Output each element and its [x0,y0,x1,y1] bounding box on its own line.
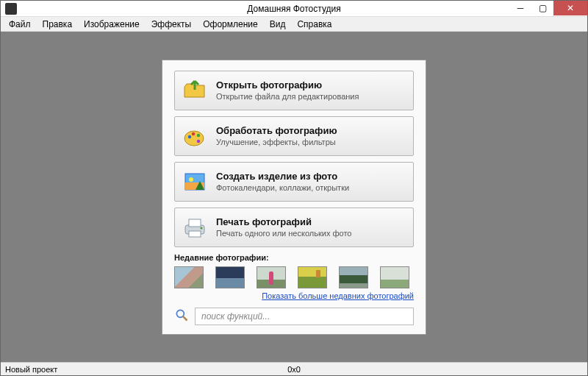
open-photo-title: Открыть фотографию [216,79,359,91]
search-row [174,308,414,325]
titlebar: Домашняя Фотостудия ─ ▢ ✕ [1,1,587,17]
svg-point-3 [197,133,200,136]
window-controls: ─ ▢ ✕ [509,1,587,15]
printer-icon [182,215,207,240]
open-photo-button[interactable]: Открыть фотографию Открытие файла для ре… [174,71,414,110]
create-product-sub: Фотокалендари, коллажи, открытки [216,183,349,192]
statusbar: Новый проект 0x0 [1,362,587,375]
svg-point-7 [189,177,193,182]
status-dimensions: 0x0 [287,365,301,374]
edit-photo-sub: Улучшение, эффекты, фильтры [216,138,337,146]
menu-file[interactable]: Файл [4,18,36,31]
menu-edit[interactable]: Правка [37,18,78,31]
svg-line-13 [183,316,187,321]
create-product-title: Создать изделие из фото [216,171,349,182]
print-photos-title: Печать фотографий [216,216,351,227]
picture-icon [182,169,207,194]
menubar: Файл Правка Изображение Эффекты Оформлен… [1,17,587,32]
palette-icon [182,124,207,149]
recent-thumb[interactable] [257,266,286,288]
svg-point-4 [197,139,200,142]
svg-rect-10 [189,231,201,237]
print-photos-sub: Печать одного или нескольких фото [216,229,351,238]
menu-design[interactable]: Оформление [198,18,262,31]
menu-help[interactable]: Справка [292,18,337,31]
svg-point-1 [188,135,191,138]
maximize-button[interactable]: ▢ [531,1,553,15]
start-panel: Открыть фотографию Открытие файла для ре… [162,60,426,335]
svg-point-2 [192,132,195,135]
recent-thumb[interactable] [174,266,204,288]
recent-thumb[interactable] [215,266,245,288]
recent-thumb[interactable] [339,266,368,288]
window-title: Домашняя Фотостудия [1,4,587,14]
recent-thumb[interactable] [380,266,409,288]
edit-photo-title: Обработать фотографию [216,125,337,136]
search-input[interactable] [195,308,414,325]
search-icon [174,308,189,324]
workspace: Открыть фотографию Открытие файла для ре… [1,32,587,362]
show-more-recent: Показать больше недавних фотографий [174,291,414,300]
print-photos-button[interactable]: Печать фотографий Печать одного или неск… [174,207,414,247]
folder-open-icon [182,78,207,103]
menu-image[interactable]: Изображение [79,18,145,31]
recent-photos-label: Недавние фотографии: [174,253,414,262]
edit-photo-button[interactable]: Обработать фотографию Улучшение, эффекты… [174,116,414,156]
menu-view[interactable]: Вид [265,18,291,31]
recent-thumbnails [174,266,414,288]
svg-point-11 [201,227,203,229]
menu-effects[interactable]: Эффекты [146,18,197,31]
svg-rect-9 [189,219,201,227]
show-more-recent-link[interactable]: Показать больше недавних фотографий [262,291,414,300]
app-window: Домашняя Фотостудия ─ ▢ ✕ Файл Правка Из… [0,0,588,376]
status-project: Новый проект [1,365,57,374]
minimize-button[interactable]: ─ [509,1,531,15]
recent-thumb[interactable] [298,266,327,288]
close-button[interactable]: ✕ [553,1,587,15]
create-product-button[interactable]: Создать изделие из фото Фотокалендари, к… [174,162,414,202]
open-photo-sub: Открытие файла для редактирования [216,92,359,101]
